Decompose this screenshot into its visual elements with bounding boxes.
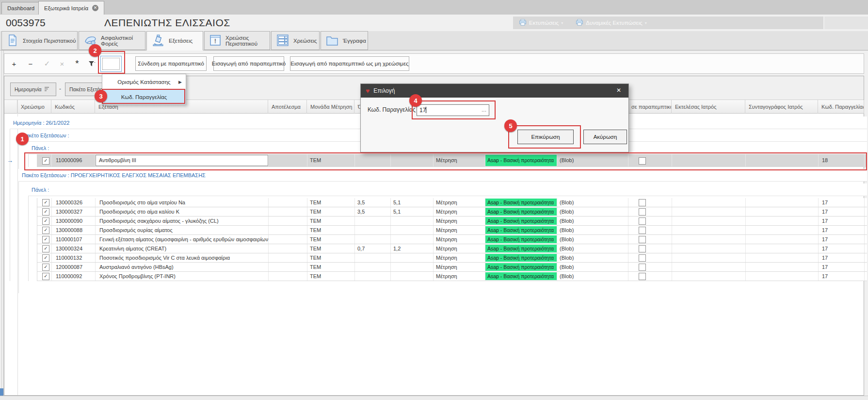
add-icon[interactable]: +	[8, 53, 20, 74]
tab-3[interactable]: !Χρεώσεις Περιστατικού	[204, 31, 270, 50]
cell-max: 5,1	[391, 198, 434, 207]
dialog-titlebar[interactable]: ♥ Επιλογή ✕	[361, 84, 628, 98]
tab-label: Χρεώσεις	[293, 38, 317, 44]
billable-checkbox[interactable]: ✓	[42, 217, 49, 225]
main-tab-strip: Στοιχεία ΠεριστατικούΑσφαλιστικοί Φορείς…	[0, 31, 868, 50]
table-row[interactable]: ✓130000090Προσδιορισμός σακχάρου αίματος…	[37, 217, 867, 226]
cell-presc_doctor	[746, 244, 819, 253]
cell-max	[391, 272, 434, 281]
billable-checkbox[interactable]: ✓	[42, 227, 49, 234]
table-row[interactable]: ✓130000324Κρεατινίνη αίματος (CREAT)ΤΕΜ0…	[37, 244, 867, 253]
table-row[interactable]: ✓110000107Γενική εξέταση αίματος (αιμοσφ…	[37, 235, 867, 244]
priority-badge: Asap - Βασική προτεραιότητα	[485, 217, 557, 225]
cell-min	[355, 263, 391, 271]
cell-ref	[628, 217, 672, 225]
column-header-0[interactable]	[4, 100, 17, 114]
billable-checkbox[interactable]: ✓	[42, 199, 49, 206]
table-row[interactable]: ✓110000092Χρόνος Προθρομβίνης (PT-INR)ΤΕ…	[37, 272, 867, 281]
remove-icon[interactable]: −	[24, 53, 37, 74]
toolbar-button-1[interactable]: Εισαγωγή από παραπεμπτικό	[213, 56, 284, 71]
grid-guide-line	[17, 100, 18, 395]
toolbar-button-0[interactable]: Σύνδεση με παραπεμπτικό	[135, 56, 207, 71]
cell-min: 0,7	[355, 244, 391, 253]
column-header-4[interactable]: Αποτέλεσμα	[268, 100, 307, 114]
cell-presc_doctor	[746, 272, 819, 281]
tab-1[interactable]: Ασφαλιστικοί Φορείς	[79, 31, 145, 50]
billable-checkbox[interactable]: ✓	[42, 245, 49, 252]
column-header-2[interactable]: Κωδικός	[51, 100, 95, 114]
doc-tab-label: Dashboard	[7, 5, 34, 11]
table-row[interactable]: ✓130000088Προσδιορισμός ουρίας αίματοςΤΕ…	[37, 226, 867, 235]
cell-unit: ΤΕΜ	[307, 235, 355, 244]
referral-checkbox[interactable]	[639, 217, 646, 225]
cell-order: 17	[819, 272, 865, 281]
cell-ref	[628, 272, 672, 281]
cell-exec_doctor	[672, 226, 746, 234]
table-row[interactable]: ✓110000132Ποσοτικός προσδιορισμός Vir C …	[37, 253, 867, 263]
column-header-5[interactable]: Μονάδα Μέτρηση	[307, 100, 354, 114]
referral-checkbox[interactable]	[639, 236, 646, 243]
folder-icon	[325, 34, 339, 48]
group-row-level-3[interactable]: Πάνελ :	[28, 183, 867, 196]
cell-max	[391, 263, 434, 271]
cell-min	[355, 253, 391, 262]
column-header-1[interactable]: Χρεώσιμο	[17, 100, 51, 114]
referral-checkbox[interactable]	[639, 264, 646, 271]
doc-tab-1[interactable]: Εξωτερικά Ιατρεία✕	[38, 1, 104, 15]
annotation-step-3: 3	[95, 90, 107, 102]
asterisk-icon[interactable]: *	[71, 53, 83, 74]
cell-name: Προσδιορισμός στο αίμα νατρίου Na	[96, 198, 269, 207]
referral-checkbox[interactable]	[639, 254, 646, 262]
billable-checkbox[interactable]: ✓	[42, 236, 49, 243]
cancel-button[interactable]: Ακύρωση	[583, 130, 627, 144]
annotation-rect-step4	[412, 100, 496, 119]
close-icon[interactable]: ×	[56, 53, 68, 74]
billable-checkbox[interactable]: ✓	[42, 208, 49, 216]
tab-4[interactable]: Χρεώσεις	[271, 31, 320, 50]
left-splitter-line	[1, 50, 2, 400]
tab-2[interactable]: Εξετάσεις	[146, 31, 203, 50]
print-button-1[interactable]: Δυναμικές Εκτυπώσεις▾	[576, 19, 647, 27]
referral-checkbox[interactable]	[639, 208, 646, 216]
column-header-11[interactable]: σε παραπεμπτικό	[628, 100, 672, 114]
billable-checkbox[interactable]: ✓	[42, 254, 49, 262]
toolbar-button-2[interactable]: Εισαγωγή από παραπεμπτικό ως μη χρεώσιμε…	[290, 56, 409, 71]
cell-max: 1,2	[391, 244, 434, 253]
cell-presc_doctor	[746, 207, 819, 216]
column-header-12[interactable]: Εκτελέσας Ιατρός	[672, 100, 745, 114]
referral-checkbox[interactable]	[639, 199, 646, 206]
billable-checkbox[interactable]: ✓	[42, 273, 49, 280]
cell-ref	[628, 226, 672, 234]
table-row[interactable]: ✓120000087Αυστραλιανό αντιγόνο (HBsAg)ΤΕ…	[37, 263, 867, 272]
check-icon[interactable]: ✓	[41, 53, 53, 74]
cell-name: Κρεατινίνη αίματος (CREAT)	[96, 244, 269, 253]
cell-priority: Asap - Βασική προτεραιότητα	[485, 272, 557, 281]
billing-icon	[276, 34, 289, 48]
close-icon[interactable]: ✕	[92, 5, 98, 11]
group-row-level-2[interactable]: Πακέτο Εξετάσεων : ΠΡΟΕΓΧΕΙΡΗΤΙΚΟΣ ΕΛΕΓΧ…	[18, 169, 867, 182]
column-header-13[interactable]: Συνταγογράφος Ιατρός	[745, 100, 818, 114]
table-row[interactable]: ✓130000327Προσδιορισμός στο αίμα καλίου …	[37, 207, 867, 217]
menu-item-0[interactable]: Ορισμός Κατάστασης▶	[102, 74, 186, 89]
dialog-close-icon[interactable]: ✕	[615, 87, 623, 94]
print-button-0[interactable]: Εκτυπώσεις▾	[519, 19, 563, 27]
left-splitter[interactable]	[0, 50, 4, 400]
tab-5[interactable]: Έγγραφα	[321, 31, 368, 50]
cell-ref	[628, 207, 672, 216]
splitter-handle[interactable]	[0, 388, 3, 396]
referral-checkbox[interactable]	[639, 245, 646, 252]
tab-0[interactable]: Στοιχεία Περιστατικού	[1, 31, 78, 50]
table-row[interactable]: ✓130000326Προσδιορισμός στο αίμα νατρίου…	[37, 198, 867, 207]
referral-checkbox[interactable]	[639, 273, 646, 280]
cell-chk: ✓	[37, 263, 52, 271]
cell-blob: (Blob)	[557, 198, 628, 207]
cell-order: 17	[819, 226, 865, 234]
referral-checkbox[interactable]	[639, 227, 646, 234]
cell-ref	[628, 253, 672, 262]
group-chip-0[interactable]: Ημερομηνία	[10, 83, 56, 96]
billable-checkbox[interactable]: ✓	[42, 264, 49, 271]
priority-badge: Asap - Βασική προτεραιότητα	[485, 235, 557, 243]
doc-tab-0[interactable]: Dashboard	[1, 2, 40, 14]
column-header-14[interactable]: Κωδ. Παραγγελίας	[818, 100, 864, 114]
cell-chk: ✓	[37, 235, 52, 244]
